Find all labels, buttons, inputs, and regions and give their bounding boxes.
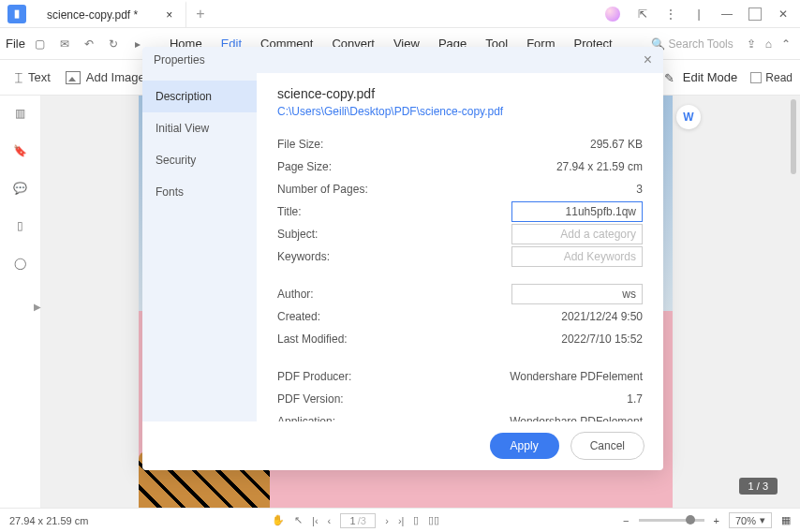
dialog-main: science-copy.pdf C:\Users\Geili\Desktop\… <box>257 73 663 421</box>
statusbar: 27.94 x 21.59 cm ✋ ↖ |‹ ‹ 1 /3 › ›| ▯ ▯▯… <box>0 508 800 532</box>
maximize-icon[interactable] <box>744 3 766 25</box>
document-tab[interactable]: science-copy.pdf * × <box>34 1 186 27</box>
zoom-in-icon[interactable]: + <box>714 515 719 526</box>
open-icon[interactable]: ▢ <box>31 35 50 53</box>
doc-filename: science-copy.pdf <box>277 86 643 101</box>
account-avatar-icon[interactable] <box>605 7 620 22</box>
doc-filepath[interactable]: C:\Users\Geili\Desktop\PDF\science-copy.… <box>277 105 643 118</box>
author-input[interactable] <box>511 284 643 304</box>
value-application: Wondershare PDFelement <box>510 415 643 421</box>
expand-icon[interactable]: ⌃ <box>781 37 791 51</box>
share-icon[interactable]: ⇱ <box>631 3 654 25</box>
image-icon <box>66 71 81 84</box>
redo-icon[interactable]: ↻ <box>104 35 123 53</box>
next-page-icon[interactable]: › <box>385 515 389 526</box>
dialog-close-icon[interactable]: × <box>644 52 652 68</box>
dialog-footer: Apply Cancel <box>142 421 663 470</box>
label-version: PDF Version: <box>277 392 627 406</box>
close-icon[interactable]: ✕ <box>772 3 794 25</box>
minimize-icon[interactable]: — <box>716 3 738 25</box>
tab-security[interactable]: Security <box>142 144 257 176</box>
chevron-down-icon: ▾ <box>760 514 765 526</box>
dialog-title: Properties <box>154 53 205 66</box>
titlebar: ▮ science-copy.pdf * × + ⇱ ⋮ | — ✕ <box>0 0 800 28</box>
kebab-menu-icon[interactable]: ⋮ <box>659 3 682 25</box>
hand-tool-icon[interactable]: ✋ <box>272 514 285 526</box>
status-page-size: 27.94 x 21.59 cm <box>9 515 88 526</box>
save-icon[interactable]: ✉ <box>55 35 74 53</box>
word-badge-icon[interactable]: W <box>676 105 701 129</box>
undo-icon[interactable]: ↶ <box>80 35 98 53</box>
file-menu[interactable]: File <box>6 37 25 51</box>
label-subject: Subject: <box>277 228 511 241</box>
search-placeholder: Search Tools <box>669 37 733 51</box>
prev-page-icon[interactable]: ‹ <box>328 515 332 526</box>
label-modified: Last Modified: <box>277 332 561 346</box>
checkbox-icon <box>750 72 762 83</box>
label-created: Created: <box>277 310 561 323</box>
single-page-icon[interactable]: ▯ <box>413 514 419 526</box>
new-tab-icon[interactable]: + <box>196 6 204 22</box>
tab-description[interactable]: Description <box>142 81 257 112</box>
label-page-size: Page Size: <box>277 160 556 173</box>
last-page-icon[interactable]: ›| <box>398 515 405 526</box>
value-file-size: 295.67 KB <box>590 138 643 151</box>
label-num-pages: Number of Pages: <box>277 183 636 196</box>
two-page-icon[interactable]: ▯▯ <box>428 514 439 526</box>
zoom-out-icon[interactable]: − <box>623 515 629 526</box>
zoom-select[interactable]: 70%▾ <box>729 512 772 528</box>
label-author: Author: <box>277 288 511 301</box>
page-input[interactable]: 1 /3 <box>340 513 376 528</box>
divider: | <box>688 3 710 25</box>
subject-input[interactable] <box>511 224 643 244</box>
tab-initial-view[interactable]: Initial View <box>142 112 257 144</box>
attachments-icon[interactable]: ▯ <box>12 217 29 234</box>
pencil-icon: ✎ <box>664 71 677 84</box>
page-indicator: 1 / 3 <box>739 478 778 495</box>
value-version: 1.7 <box>627 392 643 406</box>
tab-title: science-copy.pdf * <box>47 8 138 22</box>
first-page-icon[interactable]: |‹ <box>312 515 319 526</box>
apply-button[interactable]: Apply <box>490 433 559 459</box>
value-page-size: 27.94 x 21.59 cm <box>556 160 643 173</box>
value-num-pages: 3 <box>636 183 643 196</box>
tab-close-icon[interactable]: × <box>166 8 172 22</box>
label-keywords: Keywords: <box>277 250 511 263</box>
label-application: Application: <box>277 415 510 421</box>
cloud-icon[interactable]: ⌂ <box>765 37 772 51</box>
value-producer: Wondershare PDFelement <box>510 370 643 383</box>
label-producer: PDF Producer: <box>277 370 510 383</box>
bookmarks-icon[interactable]: 🔖 <box>12 142 29 159</box>
edit-mode-toggle[interactable]: ✎ Edit Mode <box>664 70 738 84</box>
dialog-sidebar: Description Initial View Security Fonts <box>142 73 257 421</box>
properties-dialog: Properties × Description Initial View Se… <box>142 47 663 470</box>
cancel-button[interactable]: Cancel <box>570 432 644 460</box>
select-tool-icon[interactable]: ↖ <box>294 514 303 526</box>
app-icon: ▮ <box>7 5 26 23</box>
search-panel-icon[interactable]: ◯ <box>12 255 29 272</box>
thumbnails-icon[interactable]: ▥ <box>12 105 29 122</box>
title-input[interactable] <box>511 201 643 222</box>
search-tools[interactable]: 🔍 Search Tools <box>651 37 733 51</box>
zoom-slider[interactable] <box>639 519 704 522</box>
collapse-arrow-icon[interactable]: ▶ <box>34 302 41 312</box>
text-tool[interactable]: ⌶ Text <box>7 70 58 84</box>
keywords-input[interactable] <box>511 246 643 267</box>
text-icon: ⌶ <box>15 70 22 84</box>
upload-icon[interactable]: ⇪ <box>747 37 756 51</box>
comments-icon[interactable]: 💬 <box>12 180 29 197</box>
read-mode-toggle[interactable]: Read <box>750 71 793 84</box>
vertical-scrollbar[interactable] <box>791 96 798 508</box>
value-created: 2021/12/24 9:50 <box>561 310 643 323</box>
label-title: Title: <box>277 205 511 218</box>
label-file-size: File Size: <box>277 138 590 151</box>
value-modified: 2022/7/10 15:52 <box>561 332 643 346</box>
fit-page-icon[interactable]: ▦ <box>781 514 791 526</box>
dialog-header: Properties × <box>142 47 663 73</box>
add-image-tool[interactable]: Add Image <box>58 70 153 84</box>
tab-fonts[interactable]: Fonts <box>142 176 257 208</box>
